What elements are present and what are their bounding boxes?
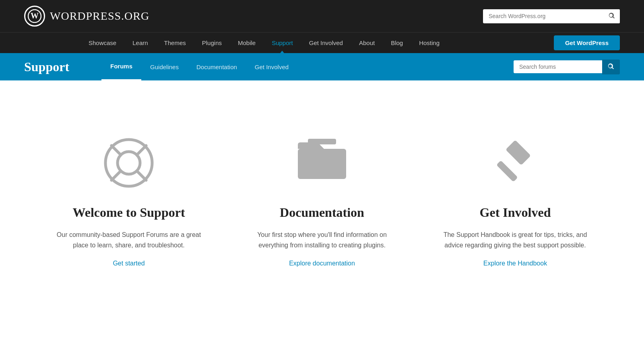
nav-item-support[interactable]: Support [264, 33, 301, 53]
logo-area[interactable]: W WordPress.org [24, 6, 149, 27]
support-page-title: Support [24, 60, 69, 74]
card-get-involved-link[interactable]: Explore the Handbook [483, 260, 547, 267]
top-search-button[interactable] [604, 9, 620, 23]
top-search-bar [483, 9, 620, 23]
nav-item-themes[interactable]: Themes [156, 33, 194, 53]
nav-item-showcase[interactable]: Showcase [80, 33, 124, 53]
card-documentation-link[interactable]: Explore documentation [289, 260, 355, 267]
nav-item-blog[interactable]: Blog [383, 33, 411, 53]
card-documentation-heading: Documentation [280, 205, 364, 220]
card-documentation: Documentation Your first stop where you'… [225, 121, 419, 283]
get-wordpress-button[interactable]: Get WordPress [554, 35, 620, 50]
card-welcome: Welcome to Support Our community-based S… [32, 121, 225, 283]
nav-item-mobile[interactable]: Mobile [230, 33, 264, 53]
card-get-involved-heading: Get Involved [480, 205, 551, 220]
support-nav-get-involved[interactable]: Get Involved [246, 53, 297, 80]
svg-text:W: W [31, 11, 39, 20]
card-welcome-heading: Welcome to Support [72, 205, 185, 220]
card-get-involved: Get Involved The Support Handbook is gre… [419, 121, 612, 283]
card-welcome-description: Our community-based Support Forums are a… [56, 230, 201, 250]
svg-rect-8 [298, 149, 346, 179]
lifesaver-icon [103, 137, 155, 189]
support-bar: Support Forums Guidelines Documentation … [0, 53, 644, 80]
nav-item-plugins[interactable]: Plugins [194, 33, 230, 53]
top-bar: W WordPress.org [0, 0, 644, 32]
support-nav: Forums Guidelines Documentation Get Invo… [101, 53, 514, 80]
svg-rect-10 [496, 160, 518, 182]
wp-logo-icon: W [24, 6, 45, 27]
main-content: Welcome to Support Our community-based S… [0, 80, 644, 330]
logo-text: WordPress.org [50, 10, 149, 23]
support-nav-guidelines[interactable]: Guidelines [141, 53, 188, 80]
card-welcome-link[interactable]: Get started [113, 260, 144, 267]
main-nav: Showcase Learn Themes Plugins Mobile Sup… [0, 32, 644, 53]
nav-item-about[interactable]: About [351, 33, 383, 53]
cards-container: Welcome to Support Our community-based S… [0, 105, 644, 299]
svg-line-7 [138, 172, 146, 180]
svg-rect-11 [506, 140, 531, 165]
card-documentation-description: Your first stop where you'll find inform… [250, 230, 394, 250]
support-search-input[interactable] [514, 60, 602, 73]
svg-line-5 [138, 146, 146, 154]
svg-line-6 [111, 172, 120, 180]
nav-item-learn[interactable]: Learn [124, 33, 156, 53]
folder-icon [296, 137, 348, 189]
support-search-button[interactable] [602, 60, 620, 74]
support-nav-forums[interactable]: Forums [101, 53, 141, 80]
nav-item-hosting[interactable]: Hosting [411, 33, 448, 53]
nav-item-get-involved[interactable]: Get Involved [301, 33, 351, 53]
card-get-involved-description: The Support Handbook is great for tips, … [443, 230, 588, 250]
top-search-input[interactable] [483, 10, 604, 23]
hammer-icon [489, 137, 541, 189]
support-nav-documentation[interactable]: Documentation [188, 53, 246, 80]
svg-rect-9 [308, 139, 336, 144]
support-search-bar [514, 60, 620, 74]
svg-line-4 [111, 146, 120, 154]
